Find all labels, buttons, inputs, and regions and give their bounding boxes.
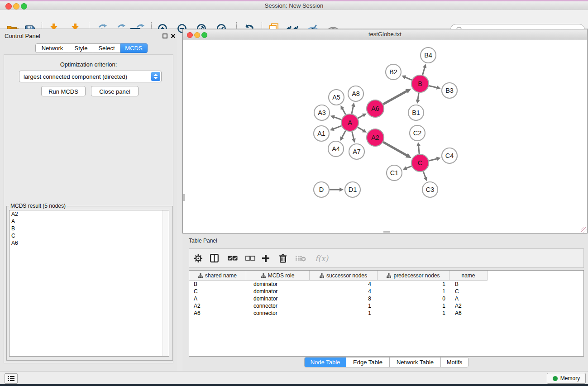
graph-edge-A-A1[interactable] <box>333 126 341 129</box>
graph-edge-C-C4[interactable] <box>429 159 437 161</box>
float-panel-icon[interactable] <box>162 33 168 39</box>
table-row[interactable]: Cdominator41C <box>189 288 583 295</box>
result-item[interactable]: C <box>10 232 169 239</box>
column-label: MCDS role <box>268 272 295 279</box>
tab-motifs[interactable]: Motifs <box>440 357 468 367</box>
result-item[interactable]: A2 <box>10 210 169 218</box>
table-cell[interactable]: 4 <box>310 281 378 288</box>
table-row[interactable]: Adominator80A <box>189 295 583 302</box>
add-column-icon[interactable] <box>262 249 270 267</box>
mcds-result-list[interactable]: A2ABCA6 <box>9 210 169 357</box>
column-header-MCDS-role[interactable]: MCDS role <box>246 271 310 280</box>
show-columns-icon[interactable] <box>210 249 219 267</box>
delete-column-icon[interactable] <box>279 249 287 267</box>
column-header-name[interactable]: name <box>449 271 488 280</box>
memory-status-icon <box>553 376 558 381</box>
table-cell[interactable]: connector <box>246 302 310 310</box>
network-graph: B4B2BB3A5A8A6B1A3AC2A1A2A4A7C4CC1DD1C3 <box>183 40 587 233</box>
network-canvas[interactable]: B4B2BB3A5A8A6B1A3AC2A1A2A4A7C4CC1DD1C3 <box>183 40 587 233</box>
table-cell[interactable]: dominator <box>246 281 310 288</box>
zoom-view-button[interactable] <box>201 32 207 38</box>
result-item[interactable]: A <box>10 218 169 225</box>
table-cell[interactable]: dominator <box>246 295 310 302</box>
table-row[interactable]: A6connector11A6 <box>189 310 583 317</box>
column-settings-icon[interactable] <box>194 249 203 267</box>
table-cell[interactable]: dominator <box>246 288 310 295</box>
column-header-shared-name[interactable]: shared name <box>189 271 246 280</box>
close-window-button[interactable] <box>5 3 12 10</box>
graph-edge-A-A7[interactable] <box>352 131 354 139</box>
graph-edge-A-A2[interactable] <box>358 127 363 131</box>
graph-edge-C-C3[interactable] <box>423 172 425 178</box>
table-row[interactable]: A2connector11A2 <box>189 302 583 310</box>
table-cell[interactable]: A <box>189 295 246 302</box>
minimize-window-button[interactable] <box>13 3 19 10</box>
table-cell[interactable]: 1 <box>378 310 449 317</box>
table-cell[interactable]: A6 <box>449 310 488 317</box>
run-mcds-button[interactable]: Run MCDS <box>41 86 86 96</box>
graph-edge-C-C2[interactable] <box>419 146 420 154</box>
table-cell[interactable]: 1 <box>310 302 378 310</box>
table-cell[interactable]: A2 <box>449 302 488 310</box>
table-cell[interactable]: A2 <box>189 302 246 310</box>
list-scrollbar[interactable] <box>163 210 169 356</box>
table-cell[interactable]: 0 <box>378 295 449 302</box>
close-panel-icon[interactable] <box>170 33 176 39</box>
table-row[interactable]: Bdominator41B <box>189 281 583 288</box>
deselect-all-icon[interactable] <box>245 249 255 267</box>
table-cell[interactable]: B <box>449 281 488 288</box>
close-panel-button[interactable]: Close panel <box>91 86 139 96</box>
result-item[interactable]: B <box>10 225 169 232</box>
graph-edge-B-B4[interactable] <box>422 67 425 75</box>
table-cell[interactable]: 1 <box>378 302 449 310</box>
table-cell[interactable]: 1 <box>310 310 378 317</box>
table-cell[interactable]: A <box>449 295 488 302</box>
graph-edge-C-C1[interactable] <box>406 166 411 168</box>
tab-network-table[interactable]: Network Table <box>389 357 440 367</box>
graph-edge-A-A8[interactable] <box>352 106 353 114</box>
criterion-value: largest connected component (directed) <box>19 73 150 80</box>
close-view-button[interactable] <box>187 32 193 38</box>
graph-edge-A-A6[interactable] <box>358 115 363 119</box>
horizontal-scroll-thumb[interactable] <box>383 231 390 233</box>
table-cell[interactable]: 4 <box>310 288 378 295</box>
graph-edge-A6-B[interactable] <box>383 91 407 104</box>
table-cell[interactable]: B <box>189 281 246 288</box>
column-header-predecessor-nodes[interactable]: predecessor nodes <box>378 271 449 280</box>
table-body: Bdominator41BCdominator41CAdominator80AA… <box>189 281 583 317</box>
graph-edge-A-A3[interactable] <box>334 117 341 119</box>
table-cell[interactable]: connector <box>246 310 310 317</box>
tab-mcds[interactable]: MCDS <box>120 43 148 53</box>
table-cell[interactable]: C <box>189 288 246 295</box>
minimize-view-button[interactable] <box>194 32 200 38</box>
delete-table-icon[interactable] <box>295 249 306 267</box>
edge-arrowhead <box>416 142 421 146</box>
graph-edge-A-A5[interactable] <box>342 109 345 115</box>
table-cell[interactable]: 1 <box>378 281 449 288</box>
zoom-window-button[interactable] <box>21 3 27 10</box>
column-header-successor-nodes[interactable]: successor nodes <box>310 271 378 280</box>
task-history-button[interactable] <box>5 373 18 384</box>
criterion-select[interactable]: largest connected component (directed) <box>19 71 162 82</box>
graph-edge-A-A4[interactable] <box>342 131 345 138</box>
tab-style[interactable]: Style <box>69 43 93 53</box>
table-header-row: shared nameMCDS rolesuccessor nodesprede… <box>189 271 488 281</box>
table-cell[interactable]: A6 <box>189 310 246 317</box>
vertical-scroll-thumb[interactable] <box>183 194 185 201</box>
table-cell[interactable]: 1 <box>378 288 449 295</box>
window-resize-grip[interactable] <box>581 227 587 233</box>
table-cell[interactable]: C <box>449 288 488 295</box>
graph-edge-B-B1[interactable] <box>418 93 419 100</box>
memory-button[interactable]: Memory <box>547 373 586 384</box>
graph-edge-B-B2[interactable] <box>405 77 412 80</box>
tab-node-table[interactable]: Node Table <box>305 357 346 367</box>
tab-network[interactable]: Network <box>35 43 69 53</box>
graph-edge-A2-C[interactable] <box>383 142 407 156</box>
tab-select[interactable]: Select <box>93 43 120 53</box>
select-all-icon[interactable] <box>228 249 238 267</box>
tab-edge-table[interactable]: Edge Table <box>346 357 389 367</box>
graph-edge-B-B3[interactable] <box>429 86 437 87</box>
result-item[interactable]: A6 <box>10 239 169 247</box>
function-builder-icon[interactable]: f(x) <box>315 249 328 267</box>
table-cell[interactable]: 8 <box>310 295 378 302</box>
